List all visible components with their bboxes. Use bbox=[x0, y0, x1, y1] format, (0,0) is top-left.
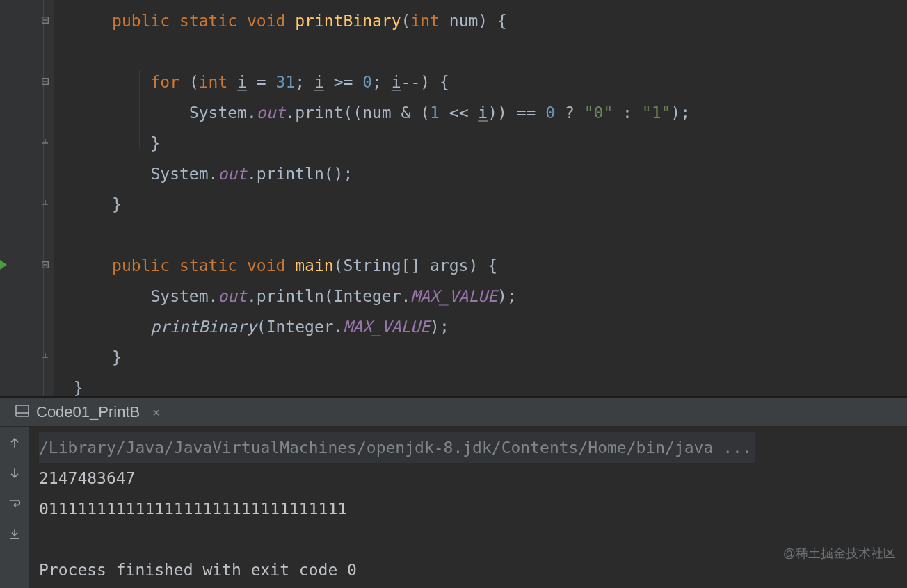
fold-close-icon[interactable] bbox=[40, 352, 50, 361]
code-line[interactable]: for (int i = 31; i >= 0; i--) { bbox=[54, 67, 449, 97]
svg-rect-12 bbox=[16, 405, 29, 416]
code-line[interactable]: public static void printBinary(int num) … bbox=[54, 6, 507, 36]
code-editor[interactable]: public static void printBinary(int num) … bbox=[0, 0, 907, 396]
code-line[interactable] bbox=[54, 220, 74, 250]
console-line: 2147483647 bbox=[39, 463, 897, 493]
layout-icon[interactable] bbox=[15, 405, 29, 420]
code-line[interactable]: } bbox=[54, 189, 122, 220]
code-line[interactable]: } bbox=[54, 342, 122, 373]
run-body: /Library/Java/JavaVirtualMachines/openjd… bbox=[0, 427, 907, 588]
scroll-down-icon[interactable] bbox=[7, 466, 22, 481]
code-line[interactable] bbox=[54, 36, 74, 67]
code-line[interactable]: } bbox=[54, 373, 83, 403]
code-line[interactable]: printBinary(Integer.MAX_VALUE); bbox=[54, 311, 449, 342]
fold-open-icon[interactable] bbox=[40, 76, 50, 86]
code-line[interactable]: } bbox=[54, 128, 160, 158]
close-icon[interactable]: ✕ bbox=[152, 405, 160, 419]
code-line[interactable]: public static void main(String[] args) { bbox=[54, 250, 497, 281]
watermark-text: @稀土掘金技术社区 bbox=[783, 545, 896, 562]
export-icon[interactable] bbox=[7, 527, 22, 542]
gutter-separator bbox=[43, 0, 44, 396]
console-command: /Library/Java/JavaVirtualMachines/openjd… bbox=[39, 432, 755, 463]
code-line[interactable]: System.out.println(); bbox=[54, 158, 353, 189]
console-line: 01111111111111111111111111111111 bbox=[39, 493, 897, 524]
console-output[interactable]: /Library/Java/JavaVirtualMachines/openjd… bbox=[29, 427, 907, 588]
code-line[interactable]: System.out.println(Integer.MAX_VALUE); bbox=[54, 281, 517, 311]
fold-close-icon[interactable] bbox=[40, 199, 50, 209]
fold-close-icon[interactable] bbox=[40, 138, 50, 147]
fold-open-icon[interactable] bbox=[40, 15, 50, 25]
run-tab-bar: Code01_PrintB ✕ bbox=[0, 398, 907, 427]
code-content[interactable]: public static void printBinary(int num) … bbox=[54, 0, 907, 396]
editor-gutter bbox=[0, 0, 54, 396]
scroll-up-icon[interactable] bbox=[7, 435, 22, 450]
console-line: Process finished with exit code 0 bbox=[39, 555, 897, 585]
run-gutter-icon[interactable] bbox=[0, 260, 7, 270]
soft-wrap-icon[interactable] bbox=[7, 496, 22, 512]
console-line bbox=[39, 524, 897, 555]
fold-open-icon[interactable] bbox=[40, 260, 50, 270]
run-toolbar bbox=[0, 427, 29, 588]
run-panel: Code01_PrintB ✕ /Library/Java/JavaVirtua… bbox=[0, 398, 907, 588]
app-root: public static void printBinary(int num) … bbox=[0, 0, 907, 588]
code-line[interactable]: System.out.print((num & (1 << i)) == 0 ?… bbox=[54, 97, 690, 128]
run-tab-label[interactable]: Code01_PrintB bbox=[36, 403, 140, 421]
